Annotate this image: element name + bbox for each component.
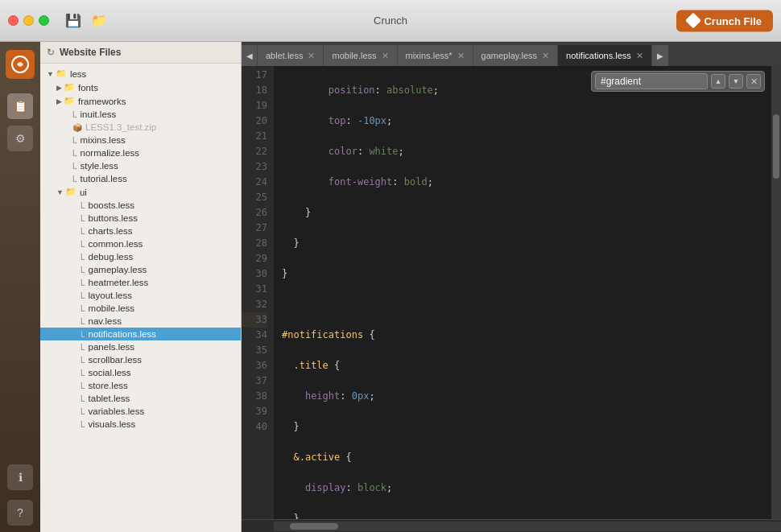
folder-icon[interactable]: 📁 [91, 13, 107, 28]
tree-item-scrollbar[interactable]: L scrollbar.less [40, 353, 241, 366]
tree-item-mixins[interactable]: L mixins.less [40, 134, 241, 146]
tree-item-buttons[interactable]: L buttons.less [40, 212, 241, 225]
refresh-icon[interactable]: ↻ [47, 47, 55, 58]
tree-label-notifications: notifications.less [89, 329, 156, 339]
code-editor: ▲ ▼ ✕ 17 18 19 20 21 22 23 24 25 26 27 2… [242, 66, 781, 519]
tree-label-charts: charts.less [89, 226, 133, 236]
code-content[interactable]: position: absolute; top: -10px; color: w… [274, 66, 771, 519]
tab-mobile[interactable]: mobile.less ✕ [324, 45, 397, 66]
line-num-17: 17 [242, 68, 267, 83]
tree-label-common: common.less [89, 239, 143, 249]
tree-label-boosts: boosts.less [89, 200, 135, 210]
tab-mixins[interactable]: mixins.less* ✕ [398, 45, 473, 66]
tree-item-boosts[interactable]: L boosts.less [40, 199, 241, 212]
editor-area: ◀ ablet.less ✕ mobile.less ✕ mixins.less… [242, 42, 781, 532]
tree-item-social[interactable]: L social.less [40, 366, 241, 379]
tree-label-buttons: buttons.less [89, 213, 138, 223]
file-icon-zip: 📦 [72, 123, 82, 132]
h-scroll-thumb[interactable] [290, 523, 338, 530]
tab-close-notifications[interactable]: ✕ [636, 52, 643, 60]
help-sidebar-button[interactable]: ? [7, 500, 33, 526]
tree-label-gameplay: gameplay.less [89, 265, 147, 274]
tree-item-normalize[interactable]: L normalize.less [40, 146, 241, 159]
tree-item-tutorial[interactable]: L tutorial.less [40, 172, 241, 185]
line-num-35: 35 [242, 343, 267, 358]
settings-sidebar-button[interactable]: ⚙ [7, 126, 33, 151]
tab-close-tablet[interactable]: ✕ [308, 52, 315, 60]
code-line-28: } [274, 419, 771, 435]
horizontal-scrollbar[interactable] [274, 522, 781, 531]
folder-icon-frameworks: 📁 [64, 96, 75, 106]
traffic-lights [8, 15, 49, 26]
tree-label-normalize: normalize.less [81, 148, 140, 158]
tree-item-ui[interactable]: ▼ 📁 ui [40, 185, 241, 199]
tab-close-mixins[interactable]: ✕ [457, 52, 465, 60]
bottom-bar [242, 519, 781, 532]
tree-item-visuals[interactable]: L visuals.less [40, 418, 241, 431]
file-tree-title: Website Files [60, 47, 121, 58]
tree-item-debug[interactable]: L debug.less [40, 250, 241, 263]
file-icon-social: L [81, 369, 85, 377]
tree-item-layout[interactable]: L layout.less [40, 289, 241, 302]
tree-label-scrollbar: scrollbar.less [89, 355, 142, 365]
tree-item-notifications[interactable]: L notifications.less [40, 328, 241, 340]
vertical-scrollbar[interactable] [771, 66, 781, 519]
file-tree-header: ↻ Website Files [40, 42, 241, 64]
search-prev-button[interactable]: ▲ [711, 74, 725, 89]
tree-item-common[interactable]: L common.less [40, 237, 241, 250]
tree-item-mobile[interactable]: L mobile.less [40, 302, 241, 315]
file-icon-boosts: L [81, 201, 85, 210]
tab-label-gameplay: gameplay.less [481, 51, 538, 60]
tree-item-gameplay[interactable]: L gameplay.less [40, 263, 241, 276]
line-num-27: 27 [242, 221, 267, 236]
code-line-26: .title { [274, 358, 771, 373]
save-icon[interactable]: 💾 [65, 13, 81, 28]
tree-item-store[interactable]: L store.less [40, 379, 241, 392]
line-num-40: 40 [242, 419, 267, 435]
tree-item-nav[interactable]: L nav.less [40, 315, 241, 328]
tree-item-panels[interactable]: L panels.less [40, 340, 241, 353]
file-tree-scroll[interactable]: ▼ 📁 less ▶ 📁 fonts ▶ 📁 frameworks L inui… [40, 64, 241, 532]
tab-close-mobile[interactable]: ✕ [382, 52, 389, 60]
main-layout: 📋 ⚙ ℹ ? ↻ Website Files ▼ 📁 less ▶ [0, 42, 781, 532]
close-button[interactable] [8, 15, 19, 26]
tree-item-tablet[interactable]: L tablet.less [40, 392, 241, 405]
tab-gameplay[interactable]: gameplay.less ✕ [473, 45, 559, 66]
line-num-36: 36 [242, 358, 267, 373]
tree-item-frameworks[interactable]: ▶ 📁 frameworks [40, 94, 241, 108]
expand-arrow-ui: ▼ [56, 188, 64, 196]
tree-item-variables[interactable]: L variables.less [40, 405, 241, 418]
search-next-button[interactable]: ▼ [729, 74, 743, 89]
maximize-button[interactable] [39, 15, 49, 26]
file-icon-tutorial: L [72, 175, 77, 184]
files-sidebar-button[interactable]: 📋 [7, 93, 33, 119]
files-icon: 📋 [14, 100, 27, 113]
crunch-file-button[interactable]: Crunch File [676, 10, 773, 31]
search-close-button[interactable]: ✕ [746, 74, 761, 89]
search-input[interactable] [595, 73, 708, 89]
tab-close-gameplay[interactable]: ✕ [542, 52, 549, 60]
line-num-25: 25 [242, 190, 267, 205]
tab-scroll-left[interactable]: ◀ [242, 45, 258, 66]
tab-notifications[interactable]: notifications.less ✕ [558, 45, 652, 66]
tree-item-style[interactable]: L style.less [40, 159, 241, 172]
tree-item-heatmeter[interactable]: L heatmeter.less [40, 276, 241, 289]
tree-item-charts[interactable]: L charts.less [40, 225, 241, 237]
minimize-button[interactable] [23, 15, 34, 26]
tree-item-zip[interactable]: 📦 LESS1.3_test.zip [40, 121, 241, 134]
tree-label-heatmeter: heatmeter.less [89, 278, 149, 287]
tab-label-mixins: mixins.less* [406, 51, 452, 60]
tab-tablet[interactable]: ablet.less ✕ [258, 45, 324, 66]
scroll-thumb[interactable] [773, 114, 779, 179]
file-icon-notifications: L [81, 330, 85, 339]
line-num-19: 19 [242, 98, 267, 113]
tree-item-fonts[interactable]: ▶ 📁 fonts [40, 80, 241, 94]
tree-label-layout: layout.less [89, 291, 132, 300]
help-icon: ? [17, 506, 23, 519]
tree-label-fonts: fonts [78, 83, 98, 93]
info-sidebar-button[interactable]: ℹ [7, 464, 33, 490]
tree-item-inuit[interactable]: L inuit.less [40, 108, 241, 121]
tab-scroll-right[interactable]: ▶ [652, 45, 668, 66]
tree-item-less[interactable]: ▼ 📁 less [40, 67, 241, 80]
tree-label-mixins: mixins.less [81, 135, 126, 145]
